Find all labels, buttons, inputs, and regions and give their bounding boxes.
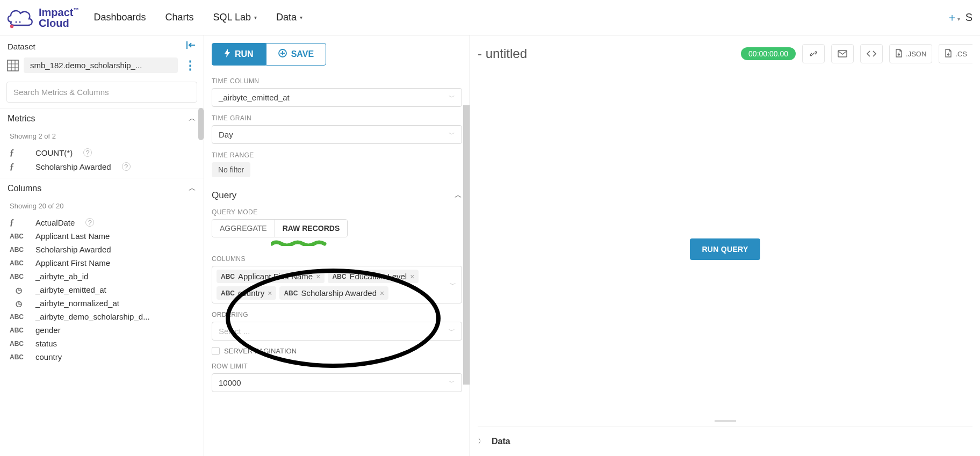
column-label: _airbyte_demo_scholarship_d... [35,312,150,321]
metric-item[interactable]: ƒScholarship Awarded? [10,160,194,173]
help-icon[interactable]: ? [85,218,94,227]
row-limit-label: ROW LIMIT [212,363,462,370]
column-tag[interactable]: ABCApplicant First Name× [217,270,325,283]
svg-point-2 [19,21,21,23]
main: Dataset smb_182.demo_scholarship_... ⋮ S… [0,35,980,456]
data-tab-label[interactable]: Data [492,437,510,446]
search-input[interactable]: Search Metrics & Columns [6,82,197,103]
column-tag[interactable]: ABCScholarship Awarded× [279,286,388,300]
tag-label: Education Level [349,272,407,281]
chevron-down-icon: ﹀ [449,327,455,336]
time-range-pill[interactable]: No filter [212,162,250,177]
dataset-chip[interactable]: smb_182.demo_scholarship_... [24,57,178,73]
column-label: Applicant First Name [35,258,110,267]
time-grain-label: TIME GRAIN [212,114,462,122]
tag-label: country [238,288,264,298]
time-grain-select[interactable]: Day﹀ [212,125,462,144]
settings-letter[interactable]: S [965,11,972,24]
export-csv-button[interactable]: .CS [939,44,972,63]
dataset-more-icon[interactable]: ⋮ [182,59,197,73]
ordering-select[interactable]: Select ...﹀ [212,322,462,341]
nav-charts[interactable]: Charts [165,12,194,23]
abc-icon: ABC [10,233,28,240]
highlight-scribble [271,240,330,246]
column-item[interactable]: ABCstatus [10,337,194,350]
nav-sqllab[interactable]: SQL Lab▾ [213,12,257,23]
new-button[interactable]: ＋▾ [947,10,960,25]
remove-tag-icon[interactable]: × [380,289,384,298]
column-item[interactable]: ƒActualDate? [10,215,194,229]
collapse-sidebar-icon[interactable] [186,41,196,52]
nav-right: ＋▾ S [947,10,972,25]
help-icon[interactable]: ? [83,148,92,157]
columns-label: COLUMNS [212,255,462,263]
column-item[interactable]: ABCApplicant First Name [10,256,194,270]
metric-item[interactable]: ƒCOUNT(*)? [10,146,194,160]
time-range-label: TIME RANGE [212,151,462,159]
drag-handle-icon[interactable] [715,420,736,422]
caret-down-icon: ▾ [254,15,257,20]
abc-icon: ABC [10,246,28,254]
column-item[interactable]: ABCScholarship Awarded [10,243,194,256]
chevron-up-icon: ︿ [189,184,196,193]
columns-section-header[interactable]: Columns ︿ [0,178,204,199]
dataset-row: smb_182.demo_scholarship_... ⋮ [0,55,204,78]
metrics-list: ƒCOUNT(*)?ƒScholarship Awarded? [0,146,204,178]
column-item[interactable]: ABCApplicant Last Name [10,229,194,243]
column-tag[interactable]: ABCEducation Level× [328,270,419,283]
column-label: _airbyte_emitted_at [35,285,106,294]
nav-data[interactable]: Data▾ [276,12,302,23]
run-button[interactable]: RUN [212,43,266,66]
time-column-select[interactable]: _airbyte_emitted_at﹀ [212,88,462,107]
file-icon [945,49,952,59]
abc-icon: ABC [284,289,298,297]
row-limit-select[interactable]: 10000﹀ [212,373,462,392]
column-label: ActualDate [35,218,75,227]
remove-tag-icon[interactable]: × [316,272,320,281]
brand-logo[interactable]: Impact™ Cloud [5,6,78,30]
caret-down-icon: ▾ [300,15,302,20]
code-icon[interactable] [860,44,883,63]
abc-icon: ABC [10,353,28,361]
abc-icon: ABC [10,313,28,321]
mail-icon[interactable] [831,44,854,63]
chart-title[interactable]: - untitled [478,46,527,61]
abc-icon: ABC [10,259,28,267]
column-item[interactable]: ◷_airbyte_emitted_at [10,283,194,296]
column-item[interactable]: ◷_airbyte_normalized_at [10,296,194,310]
remove-tag-icon[interactable]: × [410,272,414,281]
column-item[interactable]: ABCgender [10,323,194,337]
raw-records-mode-button[interactable]: RAW RECORDS [275,220,348,237]
function-icon: ƒ [10,162,28,171]
metrics-section-header[interactable]: Metrics ︿ [0,108,204,129]
help-icon[interactable]: ? [122,162,131,171]
save-button[interactable]: SAVE [266,43,326,66]
timer-pill: 00:00:00.00 [741,47,796,60]
sidebar-scrollbar[interactable] [198,108,204,140]
controls-body: TIME COLUMN _airbyte_emitted_at﹀ TIME GR… [204,66,470,456]
link-icon[interactable] [802,44,825,63]
nav-dashboards[interactable]: Dashboards [93,12,146,23]
column-item[interactable]: ABCcountry [10,350,194,364]
results-panel: - untitled 00:00:00.00 .JSON .CS RUN QUE… [470,35,980,456]
abc-icon: ABC [221,289,235,297]
column-item[interactable]: ABC_airbyte_demo_scholarship_d... [10,310,194,323]
export-json-button[interactable]: .JSON [889,44,932,63]
columns-count: Showing 20 of 20 [0,199,204,215]
column-item[interactable]: ABC_airbyte_ab_id [10,270,194,283]
run-query-button[interactable]: RUN QUERY [690,238,760,260]
top-nav: Impact™ Cloud Dashboards Charts SQL Lab▾… [0,0,980,35]
query-section-header[interactable]: Query ︿ [212,190,462,201]
controls-panel: RUN SAVE TIME COLUMN _airbyte_emitted_at… [204,35,470,456]
results-footer[interactable]: 〉 Data [478,426,972,456]
aggregate-mode-button[interactable]: AGGREGATE [212,220,275,237]
checkbox-icon[interactable] [212,347,220,355]
remove-tag-icon[interactable]: × [268,289,272,298]
server-pagination-row[interactable]: SERVER PAGINATION [212,347,462,355]
query-mode-label: QUERY MODE [212,208,462,216]
clock-icon: ◷ [10,299,28,308]
column-tag[interactable]: ABCcountry× [217,286,276,300]
columns-tagbox[interactable]: ABCApplicant First Name×ABCEducation Lev… [212,266,462,303]
abc-icon: ABC [332,273,346,280]
chevron-down-icon: ﹀ [449,130,455,139]
